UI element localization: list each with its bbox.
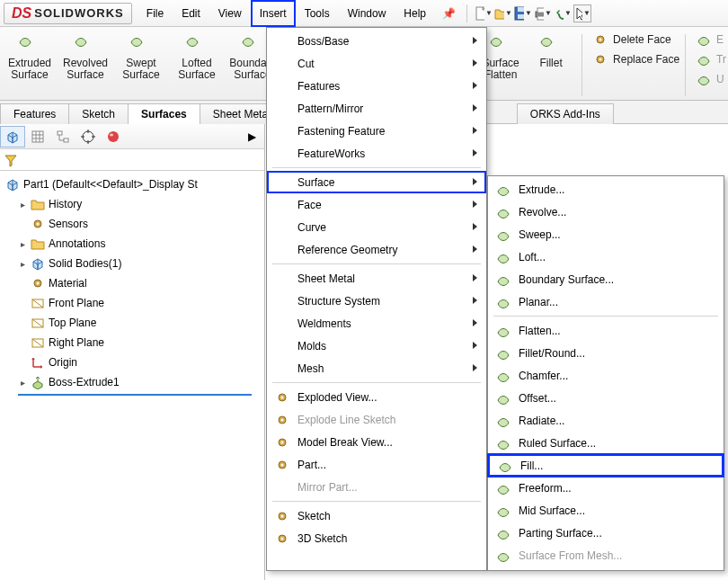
panel-expand-icon[interactable]: ▶: [239, 126, 264, 147]
logo-text: SOLIDWORKS: [34, 6, 124, 20]
insert-menu-mirror-part: Mirror Part...: [267, 476, 486, 498]
surface-menu-fillet-round[interactable]: Fillet/Round...: [488, 342, 724, 364]
ribbon-fillet[interactable]: Fillet: [526, 31, 576, 81]
app-logo: DS SOLIDWORKS: [4, 3, 132, 24]
insert-menu-dropdown: Boss/BaseCutFeaturesPattern/MirrorFasten…: [266, 27, 487, 571]
surface-menu-flatten[interactable]: Flatten...: [488, 319, 724, 342]
surface-menu-offset[interactable]: Offset...: [488, 387, 724, 409]
quick-toolbar: ▼ ▼ ▼ ▼ ▼ ▼: [471, 4, 591, 22]
insert-menu-curve[interactable]: Curve: [267, 216, 486, 238]
print-icon[interactable]: ▼: [534, 4, 552, 22]
insert-menu-exploded-view[interactable]: Exploded View...: [267, 386, 486, 408]
save-icon[interactable]: ▼: [514, 4, 532, 22]
feature-filter-bar[interactable]: [0, 149, 264, 171]
pin-icon[interactable]: 📌: [435, 7, 463, 20]
insert-menu-face[interactable]: Face: [267, 193, 486, 216]
tab-surfaces[interactable]: Surfaces: [128, 103, 200, 124]
ribbon-truncated: U: [697, 70, 726, 88]
insert-menu-part[interactable]: Part...: [267, 453, 486, 476]
tree-item-history[interactable]: ▸History: [5, 194, 262, 214]
logo-ds-icon: DS: [12, 5, 31, 22]
tree-item-material[interactable]: Material: [5, 273, 262, 293]
ribbon-truncated: Tr: [697, 50, 726, 68]
insert-menu-explode-line-sketch: Explode Line Sketch: [267, 408, 486, 431]
feature-tree-tab-icon[interactable]: [0, 126, 25, 147]
feature-tree: Part1 (Default<<Default>_Display St ▸His…: [0, 171, 264, 399]
surface-menu-loft[interactable]: Loft...: [488, 245, 724, 268]
insert-menu-pattern-mirror[interactable]: Pattern/Mirror: [267, 97, 486, 120]
menu-file[interactable]: File: [138, 0, 173, 27]
ribbon-swept-surface[interactable]: SweptSurface: [113, 31, 169, 81]
insert-menu-model-break-view[interactable]: Model Break View...: [267, 431, 486, 453]
tree-item-sensors[interactable]: Sensors: [5, 214, 262, 234]
surface-submenu-dropdown: Extrude...Revolve...Sweep...Loft...Bound…: [487, 175, 724, 571]
menu-tools[interactable]: Tools: [296, 0, 339, 27]
surface-menu-fill[interactable]: Fill...: [487, 453, 724, 477]
tree-item-right[interactable]: Right Plane: [5, 333, 262, 352]
menu-bar: DS SOLIDWORKS FileEditViewInsertToolsWin…: [0, 0, 728, 27]
menu-items: FileEditViewInsertToolsWindowHelp: [138, 0, 435, 27]
feature-manager-panel: ▶ Part1 (Default<<Default>_Display St ▸H…: [0, 124, 265, 580]
tree-item-front[interactable]: Front Plane: [5, 293, 262, 313]
ribbon-truncated: E: [697, 31, 726, 49]
ribbon-extruded-surface[interactable]: ExtrudedSurface: [2, 31, 58, 81]
tree-item-annotations[interactable]: ▸Annotations: [5, 234, 262, 254]
insert-menu-features[interactable]: Features: [267, 75, 486, 97]
surface-menu-boundary-surface[interactable]: Boundary Surface...: [488, 268, 724, 290]
open-icon[interactable]: ▼: [494, 4, 512, 22]
appearance-tab-icon[interactable]: [101, 126, 126, 147]
insert-menu-fastening-feature[interactable]: Fastening Feature: [267, 120, 486, 142]
insert-menu-boss-base[interactable]: Boss/Base: [267, 30, 486, 52]
ribbon-delete-face[interactable]: Delete Face: [593, 31, 679, 49]
surface-menu-planar[interactable]: Planar...: [488, 290, 724, 313]
tree-root[interactable]: Part1 (Default<<Default>_Display St: [5, 174, 262, 194]
surface-menu-mid-surface[interactable]: Mid Surface...: [488, 499, 724, 522]
surface-menu-ruled-surface[interactable]: Ruled Surface...: [488, 432, 724, 454]
menu-view[interactable]: View: [209, 0, 251, 27]
insert-menu-reference-geometry[interactable]: Reference Geometry: [267, 238, 486, 261]
surface-menu-sweep[interactable]: Sweep...: [488, 223, 724, 245]
insert-menu-sheet-metal[interactable]: Sheet Metal: [267, 267, 486, 290]
tree-item-top[interactable]: Top Plane: [5, 313, 262, 333]
select-cursor-icon[interactable]: ▼: [573, 4, 591, 22]
tab-sketch[interactable]: Sketch: [68, 103, 129, 124]
tree-item-origin[interactable]: Origin: [5, 352, 262, 372]
property-manager-tab-icon[interactable]: [25, 126, 50, 147]
undo-icon[interactable]: ▼: [554, 4, 572, 22]
insert-menu-mesh[interactable]: Mesh: [267, 357, 486, 379]
tree-root-label: Part1 (Default<<Default>_Display St: [23, 178, 198, 191]
surface-menu-radiate[interactable]: Radiate...: [488, 409, 724, 432]
ribbon-replace-face[interactable]: Replace Face: [593, 50, 679, 68]
rollback-bar[interactable]: [18, 394, 252, 396]
menu-edit[interactable]: Edit: [173, 0, 209, 27]
tree-item-boss-extrude1[interactable]: ▸Boss-Extrude1: [5, 372, 262, 392]
configuration-tab-icon[interactable]: [50, 126, 75, 147]
insert-menu-d-sketch[interactable]: 3D Sketch: [267, 527, 486, 549]
surface-menu-revolve[interactable]: Revolve...: [488, 201, 724, 223]
insert-menu-surface[interactable]: Surface: [267, 171, 486, 193]
new-doc-icon[interactable]: ▼: [475, 4, 493, 22]
insert-menu-weldments[interactable]: Weldments: [267, 312, 486, 335]
surface-menu-chamfer[interactable]: Chamfer...: [488, 364, 724, 387]
ribbon-lofted-surface[interactable]: LoftedSurface: [169, 31, 225, 81]
menu-help[interactable]: Help: [395, 0, 435, 27]
tree-item-solid[interactable]: ▸Solid Bodies(1): [5, 254, 262, 273]
dimxpert-tab-icon[interactable]: [75, 126, 101, 147]
surface-menu-surface-from-mesh: Surface From Mesh...: [488, 544, 724, 567]
surface-menu-extrude[interactable]: Extrude...: [488, 178, 724, 201]
insert-menu-sketch[interactable]: Sketch: [267, 504, 486, 527]
surface-menu-parting-surface[interactable]: Parting Surface...: [488, 522, 724, 544]
menu-insert[interactable]: Insert: [251, 0, 296, 27]
insert-menu-featureworks[interactable]: FeatureWorks: [267, 142, 486, 165]
tab-features[interactable]: Features: [0, 103, 69, 124]
menu-window[interactable]: Window: [339, 0, 395, 27]
ribbon-revolved-surface[interactable]: RevolvedSurface: [58, 31, 113, 81]
surface-menu-freeform[interactable]: Freeform...: [488, 477, 724, 499]
tab-orks-add-ins[interactable]: ORKS Add-Ins: [517, 103, 614, 124]
feature-manager-toolbar: ▶: [0, 124, 264, 149]
insert-menu-molds[interactable]: Molds: [267, 335, 486, 357]
insert-menu-structure-system[interactable]: Structure System: [267, 290, 486, 312]
insert-menu-cut[interactable]: Cut: [267, 52, 486, 75]
